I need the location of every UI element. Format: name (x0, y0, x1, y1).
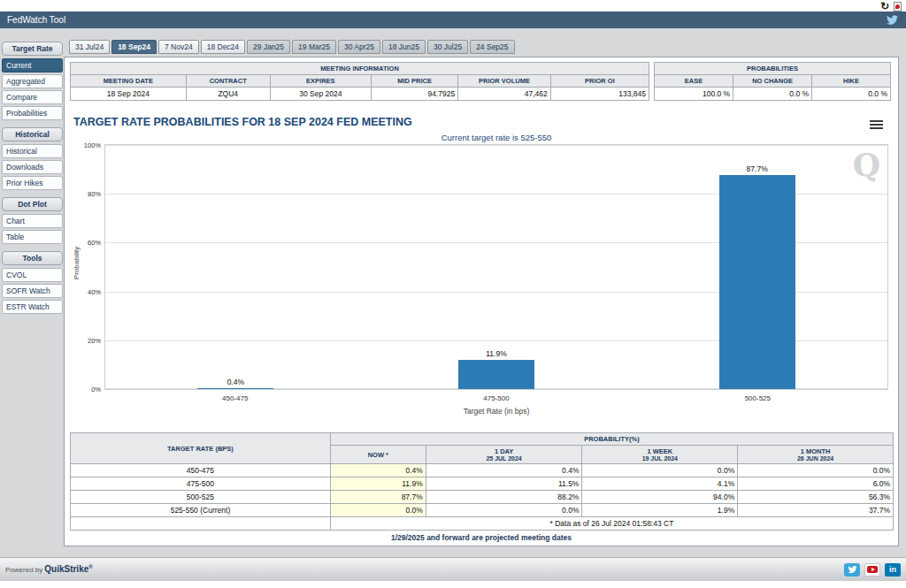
history-col-line1: NOW * (334, 451, 423, 459)
projection-note: 1/29/2025 and forward are projected meet… (65, 533, 898, 542)
sidebar-item-historical[interactable]: Historical (2, 144, 63, 158)
quikstrike-brand-link[interactable]: QuikStrike® (44, 564, 92, 574)
footnote-spacer (71, 517, 331, 531)
prob-headers: EASENO CHANGEHIKE (655, 75, 891, 88)
sidebar-header-tools[interactable]: Tools (2, 251, 63, 265)
probability-value: 0.0 % (733, 88, 812, 101)
probabilities-table: PROBABILITIES EASENO CHANGEHIKE 100.0 %0… (654, 62, 891, 101)
sidebar-item-aggregated[interactable]: Aggregated (2, 74, 63, 88)
meeting-info-header: MEETING DATE (71, 75, 187, 88)
meeting-info-headers: MEETING DATECONTRACTEXPIRESMID PRICEPRIO… (71, 75, 649, 88)
rate-bps-header: TARGET RATE (BPS) (71, 433, 331, 464)
x-category-450-475: 450-475 (222, 394, 248, 402)
probability-cell: 0.0% (738, 464, 894, 477)
youtube-play-icon (867, 566, 878, 573)
rate-cell: 450-475 (71, 464, 331, 477)
pdf-badge-icon (895, 4, 900, 9)
history-col-1-month: 1 MONTH26 JUN 2024 (738, 446, 894, 464)
sidebar-item-chart[interactable]: Chart (2, 214, 63, 228)
content-area: Target RateCurrentAggregatedCompareProba… (0, 28, 906, 557)
sidebar-item-downloads[interactable]: Downloads (2, 160, 63, 174)
meeting-info-table: MEETING INFORMATION MEETING DATECONTRACT… (70, 62, 649, 101)
probability-cell: 94.0% (582, 491, 738, 504)
plot-area: Q 0%20%40%60%80%100%0.4%11.9%87.7% (104, 144, 888, 390)
probability-cell: 56.3% (738, 491, 894, 504)
sidebar-item-estr-watch[interactable]: ESTR Watch (2, 300, 63, 314)
x-category-500-525: 500-525 (745, 394, 771, 402)
probability-header: HIKE (812, 75, 891, 88)
probability-value: 0.0 % (812, 88, 891, 101)
history-col-line1: 1 WEEK (585, 447, 734, 455)
bar-rect (458, 360, 534, 389)
rate-cell: 525-550 (Current) (71, 504, 331, 517)
sidebar-header-target-rate[interactable]: Target Rate (2, 42, 63, 56)
social-icons: in (844, 563, 901, 577)
probability-value: 100.0 % (655, 88, 733, 101)
sidebar-item-probabilities[interactable]: Probabilities (2, 106, 63, 120)
tab-18-jun25[interactable]: 18 Jun25 (382, 40, 426, 54)
sidebar: Target RateCurrentAggregatedCompareProba… (2, 42, 63, 321)
bar-500-525[interactable]: 87.7% (718, 164, 797, 389)
tab-29-jan25[interactable]: 29 Jan25 (247, 40, 290, 54)
sidebar-item-sofr-watch[interactable]: SOFR Watch (2, 284, 63, 298)
sidebar-section-tools: ToolsCVOLSOFR WatchESTR Watch (2, 251, 63, 314)
y-tick-100: 100% (84, 141, 101, 149)
titlebar: FedWatch Tool (0, 11, 906, 28)
sidebar-header-dot-plot[interactable]: Dot Plot (2, 197, 63, 211)
probability-cell: 88.2% (426, 491, 582, 504)
history-row: 525-550 (Current)0.0%0.0%1.9%37.7% (71, 504, 894, 517)
app-title: FedWatch Tool (7, 15, 65, 25)
youtube-icon[interactable] (864, 563, 880, 577)
bar-475-500[interactable]: 11.9% (457, 349, 536, 389)
data-asof-note: * Data as of 26 Jul 2024 01:58:43 CT (330, 517, 893, 531)
history-col-now: NOW * (330, 446, 426, 464)
sidebar-item-compare[interactable]: Compare (2, 90, 63, 104)
meeting-info-value: ZQU4 (186, 88, 270, 101)
pdf-export-icon[interactable] (894, 2, 902, 11)
y-tick-40: 40% (88, 288, 101, 296)
meeting-info-value: 47,462 (458, 88, 551, 101)
history-table: TARGET RATE (BPS) PROBABILITY(%) NOW *1 … (70, 432, 894, 531)
tab-18-dec24[interactable]: 18 Dec24 (201, 40, 245, 54)
refresh-icon[interactable]: ↻ (880, 2, 889, 11)
chart-menu-icon[interactable] (870, 120, 883, 131)
probability-cell: 0.0% (426, 504, 582, 517)
tab-24-sep25[interactable]: 24 Sep25 (470, 40, 514, 54)
history-row: 475-50011.9%11.5%4.1%6.0% (71, 477, 894, 491)
meeting-tabs: 31 Jul2418 Sep247 Nov2418 Dec2429 Jan251… (69, 40, 515, 54)
tab-18-sep24[interactable]: 18 Sep24 (111, 40, 157, 54)
bar-450-475[interactable]: 0.4% (196, 378, 275, 389)
x-axis-categories: 450-475475-500500-525 (104, 394, 888, 404)
meeting-info-value: 30 Sep 2024 (270, 88, 371, 101)
tab-30-jul25[interactable]: 30 Jul25 (427, 40, 468, 54)
main-panel: MEETING INFORMATION MEETING DATECONTRACT… (64, 57, 899, 546)
history-col-line1: 1 MONTH (741, 447, 890, 455)
probability-cell: 11.9% (330, 477, 426, 491)
sidebar-item-prior-hikes[interactable]: Prior Hikes (2, 176, 63, 190)
history-col-line2: 19 JUL 2024 (585, 455, 734, 462)
tab-31-jul24[interactable]: 31 Jul24 (69, 40, 110, 54)
twitter-footer-icon[interactable] (844, 563, 860, 577)
x-axis-title: Target Rate (in bps) (104, 407, 888, 416)
meeting-info-values: 18 Sep 2024ZQU430 Sep 202494.792547,4621… (71, 88, 649, 101)
footnote-row: * Data as of 26 Jul 2024 01:58:43 CT (71, 517, 894, 531)
bar-value-label: 87.7% (747, 164, 768, 173)
tab-19-mar25[interactable]: 19 Mar25 (292, 40, 336, 54)
twitter-icon[interactable] (886, 14, 899, 26)
meeting-info-header: PRIOR OI (550, 75, 649, 88)
x-category-475-500: 475-500 (483, 394, 509, 402)
sidebar-item-cvol[interactable]: CVOL (2, 268, 63, 282)
tab-30-apr25[interactable]: 30 Apr25 (338, 40, 380, 54)
y-tick-60: 60% (88, 239, 101, 247)
sidebar-header-historical[interactable]: Historical (2, 127, 63, 141)
linkedin-icon[interactable]: in (885, 563, 901, 577)
history-col-1-day: 1 DAY25 JUL 2024 (426, 446, 582, 464)
probability-cell: 0.0% (330, 504, 426, 517)
probability-header: EASE (655, 75, 733, 88)
sidebar-item-table[interactable]: Table (2, 230, 63, 244)
footer: Powered by QuikStrike® in (0, 557, 906, 581)
tab-7-nov24[interactable]: 7 Nov24 (158, 40, 199, 54)
history-rows: 450-4750.4%0.4%0.0%0.0%475-50011.9%11.5%… (71, 464, 894, 517)
sidebar-item-current[interactable]: Current (2, 58, 63, 73)
probability-cell: 11.5% (426, 477, 582, 491)
